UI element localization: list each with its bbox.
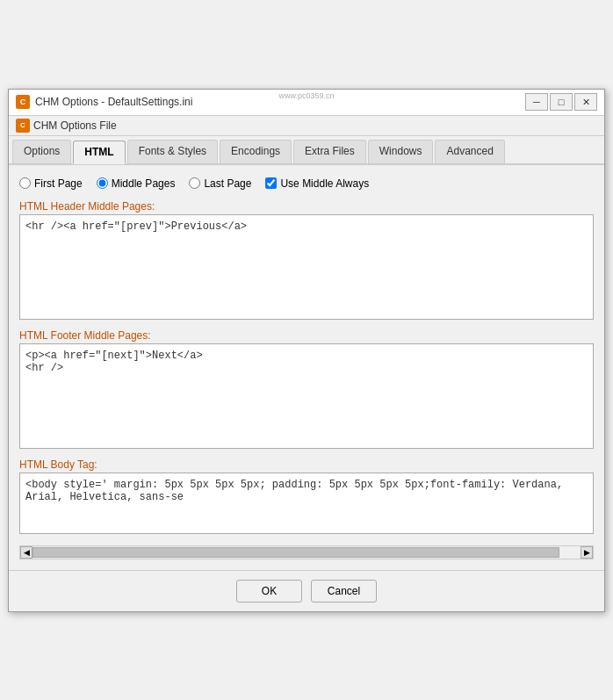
first-page-radio[interactable]: [19, 177, 31, 189]
title-bar: C CHM Options - DefaultSettings.ini www.…: [9, 90, 604, 116]
tab-fonts[interactable]: Fonts & Styles: [127, 140, 218, 163]
window-title: CHM Options - DefaultSettings.ini: [35, 96, 192, 108]
middle-pages-radio[interactable]: [97, 177, 108, 189]
last-page-label: Last Page: [204, 177, 251, 190]
page-options-row: First Page Middle Pages Last Page Use Mi…: [19, 174, 594, 193]
tab-options[interactable]: Options: [12, 140, 71, 163]
last-page-radio[interactable]: [189, 177, 200, 189]
first-page-radio-label[interactable]: First Page: [19, 177, 83, 190]
use-middle-always-label[interactable]: Use Middle Always: [265, 177, 369, 190]
body-textarea[interactable]: [19, 473, 594, 534]
close-button[interactable]: ✕: [574, 93, 597, 111]
tab-extra-files[interactable]: Extra Files: [293, 140, 366, 163]
maximize-button[interactable]: □: [550, 93, 573, 111]
subtitle-text: CHM Options File: [33, 119, 117, 132]
ok-button[interactable]: OK: [236, 580, 302, 603]
footer-label: HTML Footer Middle Pages:: [19, 329, 594, 342]
header-section: HTML Header Middle Pages:: [19, 200, 594, 322]
scroll-right-arrow[interactable]: ▶: [581, 546, 593, 559]
tab-advanced[interactable]: Advanced: [435, 140, 504, 163]
watermark: www.pc0359.cn: [278, 91, 334, 100]
subtitle-bar: C CHM Options File: [9, 116, 604, 136]
scroll-left-arrow[interactable]: ◀: [20, 546, 32, 559]
dialog-footer: OK Cancel: [9, 570, 604, 611]
last-page-radio-label[interactable]: Last Page: [189, 177, 251, 190]
main-window: C CHM Options - DefaultSettings.ini www.…: [8, 89, 605, 612]
footer-textarea[interactable]: [19, 343, 594, 449]
tab-windows[interactable]: Windows: [368, 140, 434, 163]
title-bar-left: C CHM Options - DefaultSettings.ini: [16, 95, 192, 109]
first-page-label: First Page: [34, 177, 83, 190]
tab-html[interactable]: HTML: [73, 141, 125, 164]
middle-pages-radio-label[interactable]: Middle Pages: [97, 177, 176, 190]
subtitle-icon: C: [16, 119, 30, 133]
tab-bar: Options HTML Fonts & Styles Encodings Ex…: [9, 136, 604, 165]
middle-pages-label: Middle Pages: [112, 177, 176, 190]
horizontal-scrollbar[interactable]: ◀ ▶: [19, 545, 594, 559]
tab-content: First Page Middle Pages Last Page Use Mi…: [9, 165, 604, 570]
title-controls: ─ □ ✕: [525, 93, 597, 111]
body-section: HTML Body Tag:: [19, 458, 594, 537]
minimize-button[interactable]: ─: [525, 93, 548, 111]
header-label: HTML Header Middle Pages:: [19, 200, 594, 213]
use-middle-always-text: Use Middle Always: [280, 177, 369, 190]
cancel-button[interactable]: Cancel: [311, 580, 377, 603]
footer-section: HTML Footer Middle Pages:: [19, 329, 594, 451]
tab-encodings[interactable]: Encodings: [220, 140, 292, 163]
scrollbar-thumb[interactable]: [32, 547, 559, 558]
header-textarea[interactable]: [19, 214, 594, 320]
use-middle-always-checkbox[interactable]: [265, 177, 277, 189]
body-label: HTML Body Tag:: [19, 458, 594, 471]
app-icon: C: [16, 95, 30, 109]
